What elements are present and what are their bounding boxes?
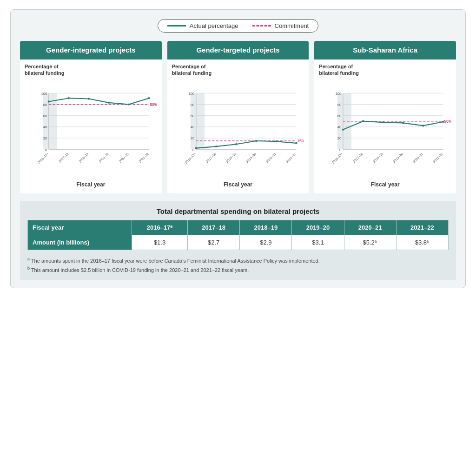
svg-text:80: 80 — [337, 103, 342, 107]
commitment-line-icon — [252, 25, 271, 26]
chart-ylabel-1: Percentage ofbilateral funding — [167, 60, 309, 78]
chart-title-0: Gender-integrated projects — [20, 41, 162, 60]
table-col-header-2: 2018–19 — [240, 220, 292, 235]
chart-block-1: Gender-targeted projectsPercentage ofbil… — [167, 41, 309, 193]
svg-text:0: 0 — [192, 148, 194, 152]
svg-text:80%: 80% — [150, 102, 157, 107]
legend-box: Actual percentage Commitment — [158, 19, 318, 33]
svg-point-24 — [68, 97, 70, 99]
svg-text:2020–21: 2020–21 — [265, 152, 277, 163]
table-amount-cell-3: $3.1 — [292, 235, 344, 250]
svg-text:20: 20 — [43, 137, 47, 141]
svg-text:50%: 50% — [444, 119, 451, 124]
svg-point-52 — [195, 147, 197, 149]
chart-title-1: Gender-targeted projects — [167, 41, 309, 60]
svg-text:2020–21: 2020–21 — [118, 152, 129, 163]
svg-text:2020–21: 2020–21 — [412, 152, 423, 163]
svg-text:2017–18: 2017–18 — [205, 152, 216, 163]
svg-point-25 — [88, 98, 90, 99]
svg-point-55 — [255, 140, 257, 142]
chart-area-2: 0204060801002016–17ᵃ2017–182018–192019–2… — [314, 77, 456, 179]
svg-point-56 — [275, 140, 277, 142]
chart-svg-0: 0204060801002016–17ᵃ2017–182018–192019–2… — [37, 79, 157, 179]
svg-text:2018–19: 2018–19 — [78, 152, 89, 163]
svg-text:2018–19: 2018–19 — [372, 152, 383, 163]
svg-text:100: 100 — [188, 92, 194, 96]
svg-text:2021–22: 2021–22 — [433, 152, 444, 163]
table-col-header-3: 2019–20 — [292, 220, 344, 235]
svg-text:20: 20 — [190, 137, 194, 141]
legend-commitment-label: Commitment — [275, 22, 309, 29]
svg-point-27 — [128, 103, 130, 105]
svg-point-84 — [402, 122, 404, 124]
chart-block-0: Gender-integrated projectsPercentage ofb… — [20, 41, 162, 193]
spending-table: Fiscal year 2016–17ᵃ2017–182018–192019–2… — [27, 220, 449, 250]
legend-commitment: Commitment — [252, 22, 309, 29]
svg-text:80: 80 — [43, 103, 47, 107]
svg-point-28 — [148, 97, 150, 99]
table-col-header-fiscal: Fiscal year — [28, 220, 132, 235]
footnote-a: a The amounts spent in the 2016–17 fisca… — [27, 256, 449, 265]
svg-text:20: 20 — [337, 137, 342, 141]
chart-title-2: Sub-Saharan Africa — [314, 41, 456, 60]
svg-text:40: 40 — [337, 125, 342, 129]
actual-line-icon — [167, 25, 186, 26]
svg-text:15%: 15% — [297, 139, 304, 144]
svg-point-81 — [342, 129, 344, 131]
svg-text:2021–22: 2021–22 — [285, 152, 297, 163]
chart-area-0: 0204060801002016–17ᵃ2017–182018–192019–2… — [20, 77, 162, 179]
svg-point-54 — [235, 143, 237, 145]
table-amount-cell-0: $1.3 — [132, 235, 188, 250]
svg-point-86 — [443, 121, 444, 123]
charts-row: Gender-integrated projectsPercentage ofb… — [20, 41, 456, 193]
table-amount-cell-1: $2.7 — [188, 235, 240, 250]
table-amount-cell-5: $3.8ᵇ — [396, 235, 448, 250]
footnotes: a The amounts spent in the 2016–17 fisca… — [27, 256, 449, 275]
table-row-amount-header: Amount (in billions) — [28, 235, 132, 250]
legend: Actual percentage Commitment — [20, 19, 456, 33]
table-amount-cell-4: $5.2ᵇ — [344, 235, 396, 250]
svg-point-23 — [48, 100, 50, 102]
svg-text:0: 0 — [339, 148, 341, 152]
footnote-b: b This amount includes $2.5 billion in C… — [27, 265, 449, 274]
svg-text:2017–18: 2017–18 — [352, 152, 364, 163]
svg-text:100: 100 — [41, 92, 47, 96]
svg-text:40: 40 — [43, 125, 47, 129]
svg-point-82 — [362, 120, 364, 122]
svg-text:60: 60 — [43, 114, 47, 118]
svg-text:2016–17ᵃ: 2016–17ᵃ — [37, 152, 49, 164]
svg-point-57 — [295, 142, 297, 144]
chart-svg-1: 0204060801002016–17ᵃ2017–182018–192019–2… — [184, 79, 304, 179]
bottom-section: Total departmental spending on bilateral… — [20, 201, 456, 280]
table-col-header-4: 2020–21 — [344, 220, 396, 235]
svg-text:60: 60 — [337, 114, 342, 118]
svg-text:2016–17ᵃ: 2016–17ᵃ — [331, 152, 344, 164]
svg-text:100: 100 — [336, 92, 342, 96]
chart-xlabel-0: Fiscal year — [20, 179, 162, 190]
svg-text:2019–20: 2019–20 — [392, 152, 403, 163]
chart-xlabel-1: Fiscal year — [167, 179, 309, 190]
svg-point-85 — [423, 125, 424, 126]
table-col-header-0: 2016–17ᵃ — [132, 220, 188, 235]
svg-point-83 — [382, 121, 384, 123]
svg-text:40: 40 — [190, 125, 194, 129]
svg-text:2017–18: 2017–18 — [58, 152, 69, 163]
svg-text:2019–20: 2019–20 — [98, 152, 109, 163]
svg-text:60: 60 — [190, 114, 194, 118]
table-amount-cell-2: $2.9 — [240, 235, 292, 250]
svg-point-53 — [215, 146, 217, 147]
svg-text:0: 0 — [45, 148, 47, 152]
legend-actual-label: Actual percentage — [190, 22, 238, 29]
chart-area-1: 0204060801002016–17ᵃ2017–182018–192019–2… — [167, 77, 309, 179]
legend-actual: Actual percentage — [167, 22, 238, 29]
chart-svg-2: 0204060801002016–17ᵃ2017–182018–192019–2… — [331, 79, 451, 179]
table-col-header-5: 2021–22 — [396, 220, 448, 235]
chart-xlabel-2: Fiscal year — [314, 179, 456, 190]
chart-ylabel-0: Percentage ofbilateral funding — [20, 60, 162, 78]
table-col-header-1: 2017–18 — [188, 220, 240, 235]
main-container: Actual percentage Commitment Gender-inte… — [10, 9, 466, 288]
svg-point-26 — [108, 102, 110, 104]
svg-text:2018–19: 2018–19 — [225, 152, 237, 163]
table-title: Total departmental spending on bilateral… — [27, 207, 449, 215]
svg-text:2021–22: 2021–22 — [138, 152, 149, 163]
